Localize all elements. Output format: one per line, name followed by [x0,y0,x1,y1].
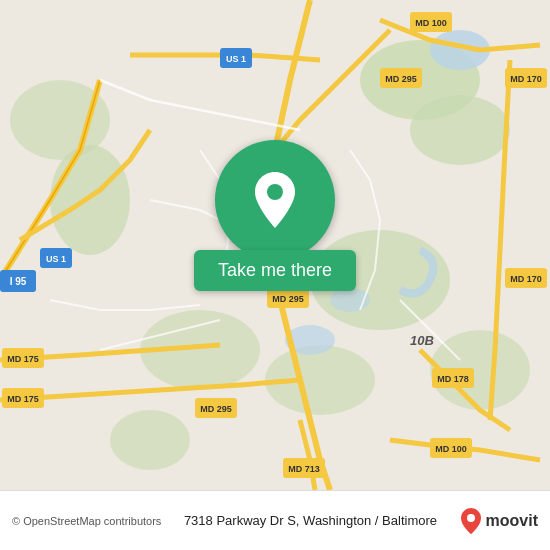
svg-text:MD 170: MD 170 [510,74,542,84]
map-container: I 95 US 1 US 1 MD 100 MD 295 MD 295 MD 2… [0,0,550,490]
svg-text:MD 295: MD 295 [200,404,232,414]
svg-point-2 [410,95,510,165]
svg-text:MD 100: MD 100 [435,444,467,454]
address-text: 7318 Parkway Dr S, Washington / Baltimor… [161,513,459,528]
svg-point-44 [467,514,475,522]
svg-text:10B: 10B [410,333,434,348]
moovit-brand-text: moovit [486,512,538,530]
moovit-brand-icon [460,507,482,535]
location-pin-background [215,140,335,260]
svg-point-43 [267,184,283,200]
svg-text:US 1: US 1 [226,54,246,64]
svg-point-4 [50,145,130,255]
moovit-logo: moovit [460,507,538,535]
svg-text:MD 100: MD 100 [415,18,447,28]
svg-text:MD 295: MD 295 [385,74,417,84]
svg-text:I 95: I 95 [10,276,27,287]
svg-text:MD 178: MD 178 [437,374,469,384]
bottom-bar: © OpenStreetMap contributors 7318 Parkwa… [0,490,550,550]
svg-text:MD 170: MD 170 [510,274,542,284]
svg-text:US 1: US 1 [46,254,66,264]
take-me-there-button[interactable]: Take me there [194,250,356,291]
svg-point-8 [110,410,190,470]
osm-attribution: © OpenStreetMap contributors [12,515,161,527]
svg-text:MD 713: MD 713 [288,464,320,474]
svg-text:MD 175: MD 175 [7,354,39,364]
svg-text:MD 175: MD 175 [7,394,39,404]
svg-text:MD 295: MD 295 [272,294,304,304]
take-me-there-container: Take me there [194,140,356,291]
location-pin-icon [250,170,300,230]
